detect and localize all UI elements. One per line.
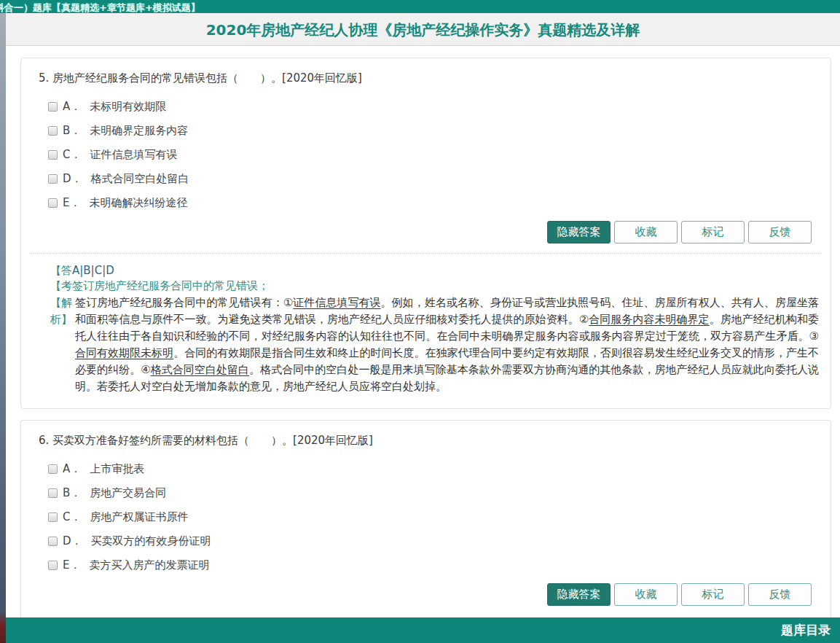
option-checkbox[interactable] <box>48 102 58 112</box>
analysis-underline-term: 合同服务内容未明确界定 <box>589 313 709 326</box>
mark-button[interactable]: 标记 <box>681 221 745 243</box>
option-checkbox[interactable] <box>48 561 58 570</box>
question-stem: 6. 买卖双方准备好签约所需要的材料包括（ ）。[2020年回忆版] <box>31 432 820 448</box>
option-checkbox[interactable] <box>48 174 58 184</box>
option-label: D． <box>63 534 82 548</box>
option-list: A． 上市审批表 B． 房地产交易合同 C． 房地产权属证书原件 D． 买卖双方… <box>31 457 820 577</box>
analysis-underline-term: 证件信息填写有误 <box>293 296 380 309</box>
option-checkbox[interactable] <box>48 150 58 160</box>
analysis-text: 签订房地产经纪服务合同中的常见错误有：① <box>75 296 293 309</box>
analysis-paragraph: 【解析】签订房地产经纪服务合同中的常见错误有：①证件信息填写有误。例如，姓名或名… <box>50 295 819 395</box>
option-row-e[interactable]: E． 卖方买入房产的发票证明 <box>31 553 820 577</box>
page-header: 2020年房地产经纪人协理《房地产经纪操作实务》真题精选及详解 <box>6 13 840 46</box>
option-label: B． <box>63 124 81 138</box>
option-text: 上市审批表 <box>90 462 144 476</box>
option-checkbox[interactable] <box>48 464 58 474</box>
question-list: 5. 房地产经纪服务合同的常见错误包括（ ）。[2020年回忆版] A． 未标明… <box>6 46 840 643</box>
background-photo-strip <box>0 13 6 643</box>
option-row-c[interactable]: C． 房地产权属证书原件 <box>31 505 820 529</box>
answer-divider <box>30 253 822 254</box>
question-stem: 5. 房地产经纪服务合同的常见错误包括（ ）。[2020年回忆版] <box>31 70 820 86</box>
window-title: 科合一）题库【真题精选+章节题库+模拟试题】 <box>0 1 200 13</box>
option-label: E． <box>63 558 80 572</box>
answer-line: 【答A|B|C|D <box>50 263 819 278</box>
option-row-d[interactable]: D． 买卖双方的有效身份证明 <box>31 529 820 553</box>
option-row-a[interactable]: A． 未标明有效期限 <box>31 95 820 119</box>
feedback-button[interactable]: 反馈 <box>748 583 812 606</box>
question-bank-catalog-link[interactable]: 题库目录 <box>781 617 831 643</box>
hide-answer-button[interactable]: 隐藏答案 <box>547 221 611 243</box>
option-list: A． 未标明有效期限 B． 未明确界定服务内容 C． 证件信息填写有误 D． 格… <box>31 95 820 215</box>
option-checkbox[interactable] <box>48 198 58 208</box>
option-text: 证件信息填写有误 <box>90 148 177 162</box>
analysis-underline-term: 格式合同空白处留白 <box>151 363 249 376</box>
option-checkbox[interactable] <box>48 126 58 136</box>
option-text: 买卖双方的有效身份证明 <box>91 534 211 548</box>
option-label: D． <box>63 172 82 186</box>
option-text: 房地产权属证书原件 <box>90 510 188 524</box>
answer-value: A|B|C|D <box>72 264 114 277</box>
option-text: 卖方买入房产的发票证明 <box>89 558 209 572</box>
option-label: C． <box>63 148 81 162</box>
question-card-5: 5. 房地产经纪服务合同的常见错误包括（ ）。[2020年回忆版] A． 未标明… <box>20 58 831 409</box>
favorite-button[interactable]: 收藏 <box>614 221 678 243</box>
exam-point-line: 【考签订房地产经纪服务合同中的常见错误； <box>50 278 819 294</box>
bottom-bar: 题库目录 <box>6 617 840 643</box>
feedback-button[interactable]: 反馈 <box>748 221 812 243</box>
option-row-b[interactable]: B． 未明确界定服务内容 <box>31 119 820 143</box>
option-label: A． <box>63 462 81 476</box>
option-row-d[interactable]: D． 格式合同空白处留白 <box>31 167 820 191</box>
option-label: C． <box>63 510 81 524</box>
option-row-b[interactable]: B． 房地产交易合同 <box>31 481 820 505</box>
question-actions: 隐藏答案 收藏 标记 反馈 <box>31 221 820 243</box>
option-row-a[interactable]: A． 上市审批表 <box>31 457 820 481</box>
option-text: 房地产交易合同 <box>90 486 166 500</box>
analysis-label-line2: 析】 <box>50 311 75 328</box>
window-title-bar: 科合一）题库【真题精选+章节题库+模拟试题】 <box>0 0 840 13</box>
page: 2020年房地产经纪人协理《房地产经纪操作实务》真题精选及详解 5. 房地产经纪… <box>6 13 840 643</box>
exam-point-label: 【考 <box>50 279 72 292</box>
analysis-underline-term: 合同有效期限未标明 <box>75 346 173 359</box>
option-text: 未标明有效期限 <box>90 100 166 114</box>
option-text: 未明确解决纠纷途径 <box>89 196 187 210</box>
option-checkbox[interactable] <box>48 513 58 522</box>
option-label: E． <box>63 196 80 210</box>
option-text: 未明确界定服务内容 <box>90 124 188 138</box>
answer-label: 【答 <box>50 264 72 277</box>
analysis-label-line1: 【解 <box>50 295 75 311</box>
question-actions: 隐藏答案 收藏 标记 反馈 <box>31 583 820 606</box>
option-label: B． <box>63 486 81 500</box>
option-text: 格式合同空白处留白 <box>91 172 189 186</box>
answer-block: 【答A|B|C|D 【考签订房地产经纪服务合同中的常见错误； 【解析】签订房地产… <box>31 263 820 395</box>
exam-point-text: 签订房地产经纪服务合同中的常见错误； <box>72 279 269 292</box>
analysis-label: 【解析】 <box>50 295 75 328</box>
question-card-6: 6. 买卖双方准备好签约所需要的材料包括（ ）。[2020年回忆版] A． 上市… <box>20 420 831 643</box>
option-row-e[interactable]: E． 未明确解决纠纷途径 <box>31 191 820 215</box>
option-checkbox[interactable] <box>48 537 58 546</box>
hide-answer-button[interactable]: 隐藏答案 <box>547 583 611 606</box>
mark-button[interactable]: 标记 <box>681 583 745 606</box>
page-title: 2020年房地产经纪人协理《房地产经纪操作实务》真题精选及详解 <box>6 13 840 47</box>
favorite-button[interactable]: 收藏 <box>614 583 678 606</box>
option-checkbox[interactable] <box>48 488 58 498</box>
option-label: A． <box>63 100 81 114</box>
option-row-c[interactable]: C． 证件信息填写有误 <box>31 143 820 167</box>
